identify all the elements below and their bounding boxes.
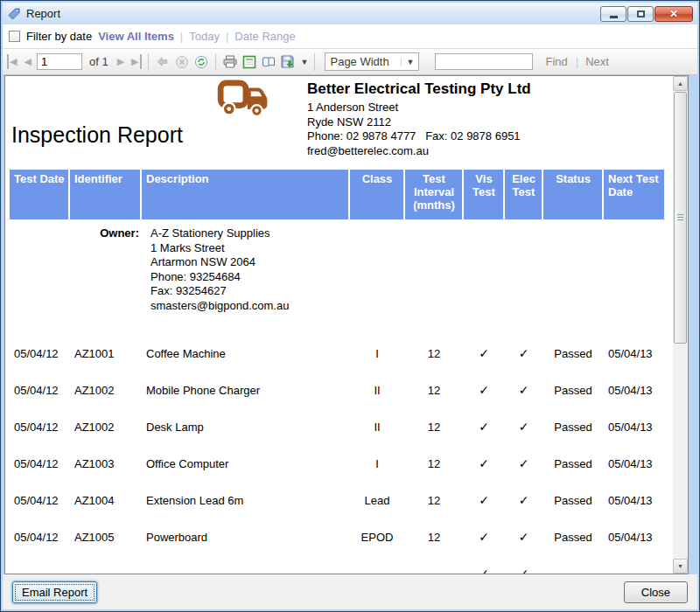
table-cell: AZ1003: [70, 457, 140, 470]
page-number-input[interactable]: [37, 53, 82, 70]
maximize-icon: [637, 10, 645, 17]
check-icon: ✓: [505, 493, 542, 507]
stop-refresh-icon[interactable]: [174, 54, 190, 70]
page-setup-icon[interactable]: [261, 54, 276, 70]
owner-details: A-Z Stationery Supplies1 Marks StreetArt…: [150, 226, 289, 313]
column-header: Elec Test: [505, 170, 542, 219]
column-header: Next Test Date: [604, 170, 664, 219]
check-icon: ✓: [464, 420, 503, 434]
maximize-button[interactable]: [627, 6, 654, 22]
zoom-select[interactable]: Page Width ▼: [325, 52, 419, 71]
table-cell: Extension Lead 6m: [142, 494, 348, 507]
table-row: ✓✓: [10, 555, 664, 574]
export-dropdown-caret[interactable]: ▼: [301, 58, 309, 66]
report-toolbar: ◀ ◀ of 1 ▶ ▶ ▼ Page Width: [3, 48, 697, 75]
export-save-icon[interactable]: [280, 54, 296, 70]
chevron-down-icon: ▼: [401, 58, 415, 66]
minimize-icon: [610, 16, 618, 18]
table-cell: 05/04/12: [10, 384, 68, 397]
next-page-icon[interactable]: ▶: [116, 54, 126, 69]
table-cell: 05/04/12: [10, 457, 68, 470]
link-separator: |: [180, 30, 183, 43]
filter-by-date-label: Filter by date: [26, 30, 92, 43]
owner-block: Owner: A-Z Stationery Supplies1 Marks St…: [10, 226, 289, 313]
check-icon: ✓: [505, 567, 542, 574]
find-button[interactable]: Find: [545, 55, 567, 68]
report-window: Report ✕ Filter by date View All Items |…: [0, 0, 700, 612]
refresh-icon[interactable]: [193, 54, 209, 70]
column-header: Description: [142, 170, 348, 219]
report-title: Inspection Report: [11, 122, 183, 148]
vertical-scrollbar[interactable]: ▲ ▼: [673, 76, 688, 574]
table-cell: Lead: [350, 494, 403, 507]
check-icon: ✓: [505, 420, 542, 434]
last-page-icon[interactable]: ▶: [130, 54, 141, 69]
company-address-line: fred@betterelec.com.au: [307, 144, 531, 159]
date-range-link[interactable]: Date Range: [234, 30, 295, 43]
table-cell: 05/04/12: [10, 421, 68, 434]
table-body: 05/04/12AZ1001Coffee MachineI12✓✓Passed0…: [10, 335, 664, 574]
table-cell: Passed: [543, 457, 602, 470]
back-icon[interactable]: [155, 54, 171, 70]
truck-logo-icon: [215, 79, 273, 121]
zoom-selected-value: Page Width: [330, 55, 388, 68]
table-row: 05/04/12AZ1003Office ComputerI12✓✓Passed…: [10, 445, 664, 482]
today-link[interactable]: Today: [189, 30, 220, 43]
scrollbar-thumb[interactable]: [674, 92, 687, 344]
email-report-button[interactable]: Email Report: [12, 581, 97, 603]
table-cell: 05/04/13: [604, 421, 664, 434]
close-window-button[interactable]: ✕: [654, 6, 693, 22]
check-icon: ✓: [505, 383, 542, 397]
company-block: Better Electrical Testing Pty Ltd 1 Ande…: [307, 80, 531, 158]
print-icon[interactable]: [222, 54, 238, 70]
tag-icon: [7, 7, 21, 21]
first-page-icon[interactable]: ◀: [7, 54, 18, 69]
owner-detail-line: Fax: 93254627: [150, 284, 289, 299]
table-cell: 12: [405, 531, 462, 544]
table-cell: 12: [405, 347, 462, 360]
find-next-button[interactable]: Next: [585, 55, 609, 68]
find-input[interactable]: [435, 53, 533, 70]
table-cell: Desk Lamp: [142, 421, 348, 434]
table-cell: Passed: [543, 384, 602, 397]
column-header: Test Interval (mnths): [405, 170, 462, 219]
view-all-items-link[interactable]: View All Items: [98, 30, 174, 43]
previous-page-icon[interactable]: ◀: [22, 54, 32, 69]
close-icon: ✕: [669, 8, 678, 20]
minimize-button[interactable]: [600, 6, 626, 22]
table-cell: 12: [405, 384, 462, 397]
company-name: Better Electrical Testing Pty Ltd: [307, 80, 531, 98]
table-cell: AZ1004: [70, 494, 140, 507]
table-row: 05/04/12AZ1001Coffee MachineI12✓✓Passed0…: [10, 335, 664, 372]
column-header: Identifier: [70, 170, 140, 219]
owner-detail-line: 1 Marks Street: [150, 241, 289, 256]
table-cell: EPOD: [350, 531, 403, 544]
owner-label: Owner:: [10, 226, 139, 313]
table-cell: 05/04/13: [604, 494, 664, 507]
table-row: 05/04/12AZ1002Mobile Phone ChargerII12✓✓…: [10, 372, 664, 408]
title-bar[interactable]: Report ✕: [3, 3, 697, 24]
filter-by-date-checkbox[interactable]: [9, 31, 20, 42]
company-address: 1 Anderson StreetRyde NSW 2112Phone: 02 …: [307, 101, 531, 158]
owner-detail-line: smasters@bigpond.com.au: [150, 299, 289, 314]
scroll-down-button[interactable]: ▼: [673, 559, 688, 574]
table-cell: AZ1001: [70, 347, 140, 360]
table-cell: 05/04/13: [604, 384, 664, 397]
table-cell: I: [350, 347, 403, 360]
table-cell: I: [350, 457, 403, 470]
check-icon: ✓: [505, 456, 542, 470]
report-viewer: Better Electrical Testing Pty Ltd 1 Ande…: [4, 75, 689, 574]
table-cell: II: [350, 421, 403, 434]
close-button[interactable]: Close: [624, 581, 688, 603]
table-row: 05/04/12AZ1004Extension Lead 6mLead12✓✓P…: [10, 482, 664, 518]
link-separator: |: [226, 30, 228, 43]
table-cell: Powerboard: [142, 531, 348, 544]
table-cell: Mobile Phone Charger: [142, 384, 348, 397]
owner-detail-line: Artarmon NSW 2064: [150, 255, 289, 270]
table-cell: 12: [405, 457, 462, 470]
table-cell: Office Computer: [142, 457, 348, 470]
toolbar-separator: [314, 53, 315, 71]
print-layout-icon[interactable]: [242, 54, 257, 70]
scroll-up-button[interactable]: ▲: [673, 76, 688, 91]
table-cell: 05/04/13: [604, 531, 664, 544]
